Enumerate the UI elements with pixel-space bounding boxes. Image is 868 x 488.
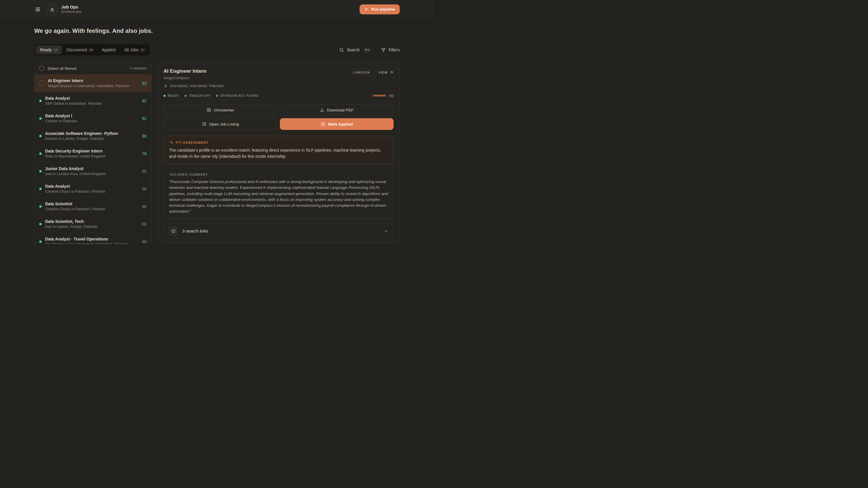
job-list-item[interactable]: Associate Software Engineer- Python Devs… — [35, 127, 151, 145]
job-list-item[interactable]: AI Engineer Intern WageCompass in Islama… — [35, 74, 151, 92]
job-list-item[interactable]: Data Analyst S&P Global in Islamabad, Pa… — [35, 92, 151, 109]
job-item-subtitle: Devsinc in Lahore, Punjab, Pakistan — [45, 137, 138, 141]
open-job-listing-button[interactable]: Open Job Listing — [163, 118, 278, 130]
score-meter-value: 93 — [390, 93, 394, 98]
job-item-subtitle: ivee in London Area, United Kingdom — [45, 172, 138, 176]
tailored-summary-text: "Passionate Computer Science professiona… — [169, 179, 388, 215]
ghostwriter-button[interactable]: Ghostwriter — [163, 104, 278, 116]
page-title: We go again. With feelings. And also job… — [34, 28, 400, 34]
select-all-checkbox[interactable] — [39, 66, 44, 71]
job-item-subtitle: Roku in Manchester, United Kingdom — [45, 154, 138, 159]
tab-ready[interactable]: Ready 13 — [36, 46, 62, 54]
job-item-title: Data Analyst I — [45, 114, 138, 118]
projects-selected-accordion[interactable]: 7 projects selected — [163, 242, 394, 244]
status-dot — [163, 95, 165, 97]
score-meter: 93 — [373, 93, 394, 98]
fit-assessment-label: FIT ASSESSMENT — [176, 141, 209, 144]
job-detail-title: AI Engineer Intern — [163, 68, 206, 74]
status-dot-icon — [39, 223, 41, 225]
download-pdf-label: Download PDF — [327, 108, 354, 112]
status-dot-icon — [39, 240, 41, 243]
detail-actions: Ghostwriter Download PDF — [163, 104, 394, 130]
status-badge-sponsor: SPONSOR NOT FOUND — [216, 94, 258, 97]
tab-count: 39 — [89, 48, 93, 52]
job-item-score: 78 — [142, 151, 147, 156]
brand-subtitle: Orchestrator — [61, 10, 82, 15]
menu-button[interactable] — [34, 6, 41, 13]
tab-applied[interactable]: Applied — [98, 46, 120, 54]
job-list-item[interactable]: Data Security Engineer Intern Roku in Ma… — [35, 145, 151, 162]
job-item-score: 93 — [142, 81, 147, 86]
search-shortcut-badge: ⌘K — [363, 47, 372, 53]
score-meter-track — [373, 95, 387, 96]
play-icon — [364, 7, 369, 11]
status-dot — [185, 95, 187, 97]
search-icon — [339, 48, 344, 53]
job-item-title: Data Security Engineer Intern — [45, 149, 138, 153]
tab-label: All Jobs — [124, 48, 138, 52]
filters-label: Filters — [389, 48, 400, 52]
status-badge-ready: READY — [163, 94, 179, 97]
job-item-checkbox[interactable] — [39, 81, 44, 86]
tab-label: Ready — [40, 48, 52, 52]
job-list-item[interactable]: Junior Data Analyst ivee in London Area,… — [35, 162, 151, 180]
job-list-item[interactable]: Data Scientist Creative Chaos in Pakista… — [35, 197, 151, 215]
job-item-score: 68 — [142, 169, 147, 174]
external-link-icon — [168, 226, 179, 236]
job-item-score: 92 — [142, 98, 147, 103]
search-links-accordion[interactable]: 3 search links — [163, 224, 394, 239]
panel-left-icon — [207, 108, 211, 112]
job-item-subtitle: Careem in Pakistan — [45, 119, 138, 123]
search-links-label: 3 search links — [182, 229, 380, 233]
job-item-title: Data Scientist — [45, 201, 138, 206]
job-list-header: Select all filtered 0 selected — [35, 62, 151, 74]
job-location-text: Islamabad, Islāmābād, Pakistan — [170, 84, 224, 88]
job-detail-company: WageCompass — [163, 76, 206, 80]
job-item-title: Data Analyst — [45, 96, 138, 101]
tab-label: Discovered — [66, 48, 87, 52]
job-list-item[interactable]: Data Analyst - Travel Operations Sky Pre… — [35, 233, 151, 244]
download-pdf-button[interactable]: Download PDF — [280, 104, 394, 116]
job-list-item[interactable]: Data Analyst I Careem in Pakistan 92 — [35, 109, 151, 127]
status-dot-icon — [39, 205, 41, 208]
open-job-listing-label: Open Job Listing — [209, 122, 239, 126]
job-item-subtitle: ibex in Lahore, Punjab, Pakistan — [45, 225, 138, 229]
job-list-item[interactable]: Data Analyst Creative Chaos in Pakistan … — [35, 180, 151, 197]
tab-discovered[interactable]: Discovered 39 — [62, 46, 97, 54]
run-pipeline-button[interactable]: Run pipeline — [360, 4, 400, 15]
tab-count: 13 — [54, 48, 57, 52]
job-item-score: 68 — [142, 222, 147, 226]
filters-button[interactable]: Filters — [381, 48, 400, 53]
linkedin-badge[interactable]: LINKEDIN — [349, 69, 374, 76]
job-detail-panel: AI Engineer Intern WageCompass LINKEDIN … — [157, 62, 400, 244]
job-item-score: 88 — [142, 134, 147, 138]
fit-assessment-card: FIT ASSESSMENT The candidate's profile i… — [163, 136, 394, 164]
job-item-subtitle: Creative Chaos in Pakistan | Remote — [45, 190, 138, 194]
download-icon — [320, 108, 324, 112]
job-item-subtitle: WageCompass in Islamabad, Islāmābād, Pak… — [48, 84, 138, 88]
search-button[interactable]: Search ⌘K — [339, 47, 372, 53]
job-list-item[interactable]: Data Scientist, Tech ibex in Lahore, Pun… — [35, 215, 151, 233]
job-item-score: 68 — [142, 186, 147, 191]
job-item-title: Data Analyst - Travel Operations — [45, 237, 138, 241]
brand: Job Ops Orchestrator — [46, 4, 82, 15]
status-strip: READY TRACER OFF SPONSOR NOT FOUND — [163, 91, 394, 100]
job-item-score: 68 — [142, 239, 147, 244]
job-item-subtitle: S&P Global in Islamabad, Pakistan — [45, 102, 138, 106]
job-item-title: AI Engineer Intern — [48, 78, 138, 83]
status-dot-icon — [39, 152, 41, 155]
status-dot-icon — [39, 117, 41, 120]
job-item-title: Data Scientist, Tech — [45, 219, 138, 224]
view-button[interactable]: VIEW — [378, 70, 394, 75]
tab-all-jobs[interactable]: All Jobs 52 — [120, 46, 149, 54]
selected-count: 0 selected — [130, 66, 147, 70]
tailored-summary-card: TAILORED SUMMARY "Passionate Computer Sc… — [163, 168, 394, 219]
tailored-summary-label: TAILORED SUMMARY — [169, 173, 388, 176]
chevron-down-icon — [384, 229, 389, 233]
job-list-panel: Select all filtered 0 selected AI Engine… — [34, 62, 152, 244]
map-pin-icon — [163, 84, 167, 88]
mark-applied-button[interactable]: Mark Applied — [280, 118, 394, 130]
sparkles-icon — [169, 140, 174, 145]
status-dot-icon — [39, 100, 41, 102]
job-item-subtitle: Creative Chaos in Pakistan | Remote — [45, 207, 138, 211]
